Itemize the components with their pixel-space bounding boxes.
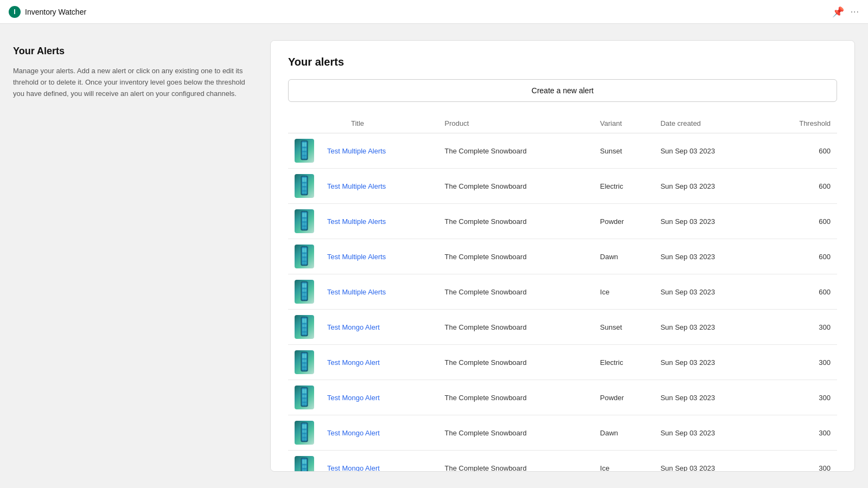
variant-cell: Ice (593, 451, 654, 472)
col-img-header (288, 115, 321, 133)
title-bar-left: I Inventory Watcher (9, 6, 86, 18)
sidebar: Your Alerts Manage your alerts. Add a ne… (13, 40, 257, 472)
variant-cell: Electric (593, 169, 654, 204)
alert-title-link[interactable]: Test Mongo Alert (327, 394, 380, 402)
product-image-cell (288, 451, 321, 472)
table-row: Test Mongo AlertThe Complete SnowboardSu… (288, 310, 837, 345)
date-cell: Sun Sep 03 2023 (654, 133, 764, 169)
product-name-cell: The Complete Snowboard (438, 169, 593, 204)
product-thumbnail (295, 209, 314, 233)
date-cell: Sun Sep 03 2023 (654, 274, 764, 310)
threshold-cell: 300 (764, 451, 837, 472)
threshold-cell: 600 (764, 133, 837, 169)
more-menu-icon[interactable]: ··· (851, 7, 859, 17)
variant-cell: Ice (593, 274, 654, 310)
alert-title-link[interactable]: Test Mongo Alert (327, 323, 380, 331)
threshold-cell: 600 (764, 169, 837, 204)
date-cell: Sun Sep 03 2023 (654, 169, 764, 204)
pin-icon[interactable]: 📌 (832, 6, 844, 18)
product-image-cell (288, 415, 321, 451)
product-image-cell (288, 204, 321, 239)
threshold-cell: 600 (764, 204, 837, 239)
alert-title-cell[interactable]: Test Multiple Alerts (321, 133, 438, 169)
variant-cell: Sunset (593, 310, 654, 345)
threshold-cell: 300 (764, 345, 837, 380)
alert-title-cell[interactable]: Test Multiple Alerts (321, 274, 438, 310)
product-name-cell: The Complete Snowboard (438, 274, 593, 310)
threshold-cell: 600 (764, 239, 837, 274)
product-thumbnail (295, 280, 314, 304)
product-name-cell: The Complete Snowboard (438, 239, 593, 274)
product-thumbnail (295, 456, 314, 472)
threshold-cell: 300 (764, 310, 837, 345)
product-thumbnail (295, 174, 314, 198)
product-name-cell: The Complete Snowboard (438, 415, 593, 451)
product-image-cell (288, 345, 321, 380)
variant-cell: Sunset (593, 133, 654, 169)
product-name-cell: The Complete Snowboard (438, 133, 593, 169)
alert-title-link[interactable]: Test Mongo Alert (327, 464, 380, 472)
alert-title-cell[interactable]: Test Mongo Alert (321, 451, 438, 472)
product-thumbnail (295, 421, 314, 445)
alert-title-link[interactable]: Test Mongo Alert (327, 358, 380, 367)
product-name-cell: The Complete Snowboard (438, 380, 593, 415)
content-panel: Your alerts Create a new alert Title Pro… (270, 40, 855, 472)
table-row: Test Mongo AlertThe Complete SnowboardEl… (288, 345, 837, 380)
alert-title-cell[interactable]: Test Mongo Alert (321, 310, 438, 345)
create-alert-button[interactable]: Create a new alert (288, 79, 837, 102)
alert-title-cell[interactable]: Test Multiple Alerts (321, 204, 438, 239)
date-cell: Sun Sep 03 2023 (654, 451, 764, 472)
alert-title-cell[interactable]: Test Multiple Alerts (321, 169, 438, 204)
product-thumbnail (295, 139, 314, 163)
threshold-cell: 300 (764, 380, 837, 415)
alert-title-cell[interactable]: Test Mongo Alert (321, 415, 438, 451)
table-row: Test Multiple AlertsThe Complete Snowboa… (288, 274, 837, 310)
table-header: Title Product Variant Date created Thres… (288, 115, 837, 133)
alerts-table: Title Product Variant Date created Thres… (288, 115, 837, 472)
product-thumbnail (295, 245, 314, 268)
product-image-cell (288, 133, 321, 169)
product-image-cell (288, 169, 321, 204)
product-image-cell (288, 310, 321, 345)
table-row: Test Mongo AlertThe Complete SnowboardDa… (288, 415, 837, 451)
product-name-cell: The Complete Snowboard (438, 204, 593, 239)
sidebar-heading: Your Alerts (13, 46, 257, 57)
product-name-cell: The Complete Snowboard (438, 345, 593, 380)
alert-title-link[interactable]: Test Multiple Alerts (327, 147, 386, 155)
sidebar-description: Manage your alerts. Add a new alert or c… (13, 66, 257, 99)
table-row: Test Multiple AlertsThe Complete Snowboa… (288, 204, 837, 239)
alert-title-link[interactable]: Test Multiple Alerts (327, 288, 386, 296)
title-bar-right: 📌 ··· (832, 6, 859, 18)
col-threshold-header: Threshold (764, 115, 837, 133)
threshold-cell: 600 (764, 274, 837, 310)
col-variant-header: Variant (593, 115, 654, 133)
variant-cell: Powder (593, 380, 654, 415)
table-row: Test Multiple AlertsThe Complete Snowboa… (288, 133, 837, 169)
alert-title-link[interactable]: Test Multiple Alerts (327, 217, 386, 226)
table-row: Test Mongo AlertThe Complete SnowboardIc… (288, 451, 837, 472)
product-image-cell (288, 274, 321, 310)
table-row: Test Multiple AlertsThe Complete Snowboa… (288, 239, 837, 274)
product-name-cell: The Complete Snowboard (438, 310, 593, 345)
product-thumbnail (295, 315, 314, 339)
alert-title-cell[interactable]: Test Mongo Alert (321, 345, 438, 380)
col-product-header: Product (438, 115, 593, 133)
title-bar: I Inventory Watcher 📌 ··· (0, 0, 868, 24)
date-cell: Sun Sep 03 2023 (654, 345, 764, 380)
date-cell: Sun Sep 03 2023 (654, 310, 764, 345)
alert-title-link[interactable]: Test Multiple Alerts (327, 253, 386, 261)
alert-title-link[interactable]: Test Mongo Alert (327, 429, 380, 437)
date-cell: Sun Sep 03 2023 (654, 380, 764, 415)
page-title: Your alerts (288, 56, 837, 68)
alert-title-cell[interactable]: Test Multiple Alerts (321, 239, 438, 274)
app-title: Inventory Watcher (25, 8, 86, 16)
product-image-cell (288, 239, 321, 274)
col-date-header: Date created (654, 115, 764, 133)
product-image-cell (288, 380, 321, 415)
threshold-cell: 300 (764, 415, 837, 451)
product-thumbnail (295, 386, 314, 409)
table-row: Test Multiple AlertsThe Complete Snowboa… (288, 169, 837, 204)
product-thumbnail (295, 350, 314, 374)
alert-title-cell[interactable]: Test Mongo Alert (321, 380, 438, 415)
alert-title-link[interactable]: Test Multiple Alerts (327, 182, 386, 190)
